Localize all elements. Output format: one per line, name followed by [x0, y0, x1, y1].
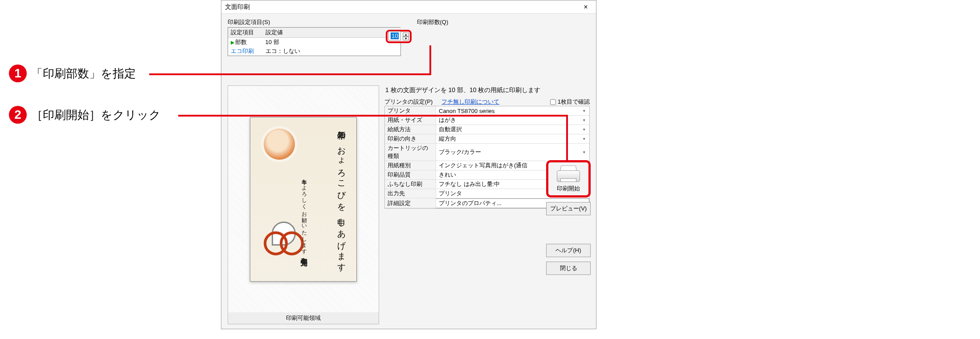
cfg-k-cartridge: カートリッジの種類 [385, 144, 436, 161]
cfg-v-cartridge[interactable]: ブラック/カラー▾ [436, 144, 589, 161]
cfg-k-quality: 印刷品質 [385, 170, 436, 180]
confirm-first-page-checkbox[interactable]: 1枚目で確認 [550, 98, 590, 106]
cfg-k-output: 出力先 [385, 189, 436, 198]
settings-table[interactable]: 設定項目 設定値 部数 10 部 エコ印刷 エコ：しない [228, 27, 401, 56]
spinner-down-icon[interactable]: ▼ [403, 36, 409, 40]
dialog-title: 文面印刷 [225, 3, 579, 11]
greeting-main: 新年の おょろこびを 申しあげます [333, 124, 350, 275]
printer-settings-label: プリンタの設定(P) [384, 98, 433, 106]
copies-spinner[interactable]: ▲ ▼ [403, 32, 409, 40]
confirm-checkbox-input[interactable] [550, 99, 556, 105]
settings-row-copies[interactable]: 部数 10 部 [228, 38, 401, 47]
callout-text-1: 「印刷部数」を指定 [31, 66, 136, 81]
borderless-print-link[interactable]: フチ無し印刷について [441, 98, 499, 106]
postcard-preview: 新年の おょろこびを 申しあげます 本年もよろしく お願いいたします 令和七年 … [250, 117, 357, 282]
cfg-k-paper: 用紙・サイズ [385, 116, 436, 125]
cfg-k-borderless: ふちなし印刷 [385, 180, 436, 189]
cfg-v-orientation[interactable]: 縦方向▾ [436, 134, 589, 144]
callout-badge-1: 1 [9, 65, 27, 82]
preview-canvas: 新年の おょろこびを 申しあげます 本年もよろしく お願いいたします 令和七年 … [228, 86, 379, 312]
settings-label: 印刷設定項目(S) [228, 18, 401, 26]
spinner-up-icon[interactable]: ▲ [403, 32, 409, 36]
chevron-down-icon[interactable]: ▾ [582, 118, 587, 122]
print-summary: 1 枚の文面デザインを 10 部、10 枚の用紙に印刷します [384, 85, 590, 95]
cfg-k-feed: 給紙方法 [385, 125, 436, 134]
callout-text-2: ［印刷開始］をクリック [31, 107, 161, 123]
printer-icon [556, 165, 581, 185]
cfg-k-papertype: 用紙種別 [385, 161, 436, 170]
print-start-button[interactable]: 印刷開始 [546, 160, 591, 198]
copies-label: 印刷部数(Q) [417, 18, 590, 26]
cfg-k-detail: 詳細設定 [385, 198, 436, 208]
preview-footer-label: 印刷可能領域 [228, 312, 379, 324]
help-button[interactable]: ヘルプ(H) [546, 244, 591, 257]
preview-pane: 新年の おょろこびを 申しあげます 本年もよろしく お願いいたします 令和七年 … [228, 85, 379, 324]
copies-input-highlight: 10 ▲ ▼ [386, 30, 412, 43]
sun-icon [264, 129, 295, 160]
settings-header-name: 設定項目 [228, 28, 263, 38]
cfg-k-printer: プリンタ [385, 106, 436, 116]
cfg-v-paper[interactable]: はがき▾ [436, 116, 589, 125]
chevron-down-icon[interactable]: ▾ [582, 137, 587, 141]
print-settings-section: 印刷設定項目(S) 設定項目 設定値 部数 10 部 エコ印刷 エコ：しない [228, 18, 401, 56]
printer-config-header: プリンタの設定(P) フチ無し印刷について 1枚目で確認 [384, 98, 590, 106]
settings-row-eco[interactable]: エコ印刷 エコ：しない [228, 47, 401, 56]
copies-section: 印刷部数(Q) [417, 18, 590, 56]
close-button[interactable]: × [579, 2, 592, 12]
callout-2: 2 ［印刷開始］をクリック [9, 106, 161, 124]
cfg-v-feed[interactable]: 自動選択▾ [436, 125, 589, 134]
preview-button[interactable]: プレビュー(V) [546, 202, 591, 215]
close-dialog-button[interactable]: 閉じる [546, 262, 591, 275]
callout-badge-2: 2 [9, 106, 27, 124]
greeting-sub: 本年もよろしく お願いいたします 令和七年 元旦 [297, 175, 311, 272]
print-start-label: 印刷開始 [557, 185, 580, 193]
print-dialog: 文面印刷 × 印刷設定項目(S) 設定項目 設定値 部数 10 部 エコ印刷 [221, 0, 596, 329]
copies-input[interactable]: 10 [388, 31, 401, 40]
cfg-k-orientation: 印刷の向き [385, 134, 436, 144]
settings-header-value: 設定値 [263, 28, 401, 38]
action-column: 印刷開始 プレビュー(V) ヘルプ(H) 閉じる [546, 160, 591, 275]
chevron-down-icon[interactable]: ▾ [582, 150, 587, 154]
titlebar: 文面印刷 × [221, 0, 596, 14]
chevron-down-icon[interactable]: ▾ [582, 127, 587, 132]
cfg-v-printer[interactable]: Canon TS8700 series▾ [436, 106, 589, 116]
callout-1: 1 「印刷部数」を指定 [9, 65, 136, 82]
chevron-down-icon[interactable]: ▾ [582, 109, 587, 113]
